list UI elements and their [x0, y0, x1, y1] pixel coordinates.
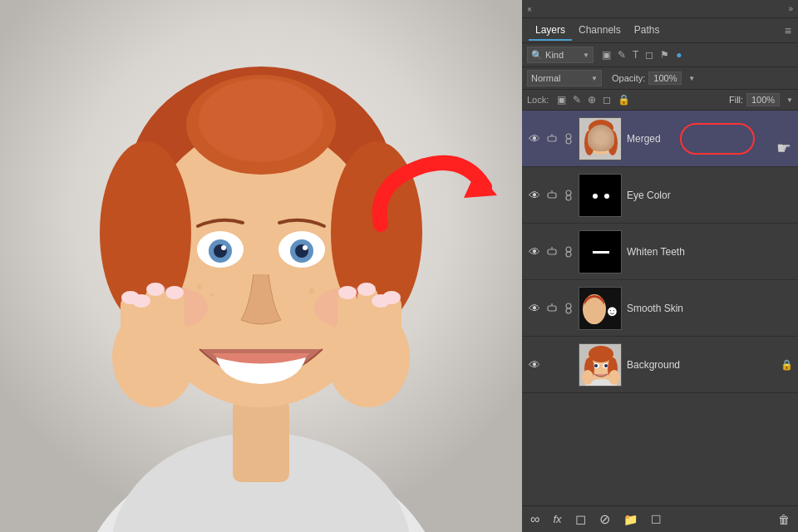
- eye-whiten-teeth[interactable]: 👁: [527, 244, 542, 259]
- lock-draw-icon[interactable]: ✎: [571, 92, 583, 107]
- layer-merged-name: Merged: [627, 133, 793, 145]
- lock-all-icon[interactable]: 🔒: [616, 92, 632, 107]
- svg-point-11: [199, 79, 323, 162]
- blend-mode-dropdown[interactable]: Normal ▼: [527, 70, 602, 86]
- tab-channels[interactable]: Channels: [572, 21, 628, 41]
- stripe: [593, 251, 609, 254]
- svg-rect-62: [548, 249, 556, 254]
- link-merged: [545, 132, 559, 145]
- layer-eye-color[interactable]: 👁 Eye Color: [522, 167, 798, 224]
- svg-point-56: [584, 131, 594, 155]
- delete-layer-icon[interactable]: 🗑: [775, 511, 793, 528]
- eye-dot-right: [604, 194, 609, 199]
- opacity-input[interactable]: 100%: [648, 71, 682, 85]
- svg-point-61: [566, 195, 571, 200]
- link-layers-icon[interactable]: ∞: [527, 510, 543, 529]
- lock-pixel-icon[interactable]: ▣: [555, 92, 568, 107]
- panel-topbar: × »: [522, 0, 798, 18]
- tab-layers[interactable]: Layers: [529, 21, 572, 41]
- filter-adj-icon[interactable]: ⚑: [658, 47, 671, 62]
- layers-list: 👁: [522, 111, 798, 505]
- hand-cursor-icon: ☛: [776, 138, 791, 158]
- new-layer-icon[interactable]: ☐: [648, 511, 665, 528]
- eye-merged[interactable]: 👁: [527, 131, 542, 146]
- chain-merged: [562, 132, 575, 145]
- layer-eye-color-name: Eye Color: [627, 190, 793, 201]
- link-smooth-skin: [545, 302, 559, 315]
- eye-dot-left: [593, 194, 598, 199]
- layer-background[interactable]: 👁: [522, 337, 798, 393]
- svg-point-86: [582, 370, 594, 385]
- eye-eye-color[interactable]: 👁: [527, 188, 542, 203]
- svg-point-23: [210, 293, 214, 297]
- eye-background[interactable]: 👁: [527, 357, 542, 372]
- thumbnail-smooth-skin: ☻: [579, 287, 622, 330]
- svg-point-38: [165, 286, 184, 299]
- layer-smooth-skin[interactable]: 👁 ☻: [522, 280, 798, 337]
- filter-row: 🔍 Kind ▼ ▣ ✎ T ◻ ⚑ ●: [522, 43, 798, 67]
- svg-point-37: [146, 283, 165, 296]
- red-arrow: [356, 141, 505, 249]
- close-icon[interactable]: ×: [527, 5, 535, 13]
- thumbnail-merged: [579, 117, 622, 160]
- svg-point-18: [221, 245, 226, 250]
- filter-icons: ▣ ✎ T ◻ ⚑ ●: [600, 47, 684, 62]
- svg-text:☻: ☻: [604, 303, 620, 319]
- thumbnail-background: [579, 343, 622, 387]
- svg-rect-66: [548, 306, 556, 311]
- svg-point-81: [594, 364, 598, 367]
- smooth-skin-thumb-icon: ☻: [579, 288, 622, 330]
- filter-toggle[interactable]: ●: [674, 47, 683, 62]
- panel-menu-icon[interactable]: ≡: [785, 24, 791, 37]
- lock-label: Lock:: [527, 95, 549, 105]
- layer-merged[interactable]: 👁: [522, 111, 798, 167]
- chain-eye-color: [562, 189, 575, 202]
- layer-whiten-teeth-name: Whiten Teeth: [627, 246, 793, 258]
- lock-artboard-icon[interactable]: ◻: [601, 92, 613, 107]
- filter-brush-icon[interactable]: ✎: [616, 47, 628, 62]
- add-mask-icon[interactable]: ◻: [572, 510, 589, 529]
- svg-point-65: [566, 252, 571, 257]
- fill-input[interactable]: 100%: [746, 93, 780, 106]
- svg-point-82: [604, 364, 608, 367]
- svg-point-46: [566, 134, 571, 139]
- layer-whiten-teeth[interactable]: 👁 Whiten Teeth: [522, 224, 798, 280]
- fx-icon[interactable]: fx: [549, 511, 564, 527]
- opacity-label: Opacity:: [612, 73, 645, 83]
- svg-point-73: [584, 298, 605, 324]
- svg-point-68: [566, 303, 571, 308]
- svg-point-22: [197, 284, 202, 289]
- expand-icon[interactable]: »: [788, 4, 793, 13]
- svg-point-40: [382, 291, 401, 304]
- layer-lock-icon: 🔒: [781, 359, 793, 371]
- adjustment-icon[interactable]: ⊘: [596, 510, 613, 529]
- filter-text-icon[interactable]: T: [631, 47, 640, 62]
- svg-point-64: [566, 247, 571, 252]
- svg-point-87: [608, 370, 620, 385]
- kind-dropdown[interactable]: 🔍 Kind ▼: [527, 47, 594, 63]
- svg-point-47: [566, 139, 571, 144]
- filter-pixel-icon[interactable]: ▣: [600, 47, 613, 62]
- panel-tabs: Layers Channels Paths ≡: [522, 18, 798, 43]
- blend-row: Normal ▼ Opacity: 100% ▼: [522, 67, 798, 90]
- group-icon[interactable]: 📁: [620, 511, 641, 528]
- tab-paths[interactable]: Paths: [628, 21, 667, 41]
- thumbnail-whiten-teeth: [579, 230, 622, 273]
- layer-background-name: Background: [627, 359, 777, 371]
- svg-rect-4: [233, 399, 289, 482]
- link-whiten-teeth: [545, 245, 559, 259]
- svg-point-19: [303, 245, 308, 250]
- fill-label: Fill:: [729, 95, 743, 105]
- svg-point-60: [566, 190, 571, 195]
- lock-move-icon[interactable]: ⊕: [586, 92, 598, 107]
- filter-shape-icon[interactable]: ◻: [643, 47, 655, 62]
- svg-point-57: [608, 131, 618, 155]
- svg-point-42: [338, 286, 357, 299]
- eye-smooth-skin[interactable]: 👁: [527, 301, 542, 316]
- link-eye-color: [545, 189, 559, 202]
- svg-point-54: [594, 138, 598, 141]
- photo-canvas: [0, 0, 522, 532]
- svg-rect-58: [548, 193, 556, 198]
- thumbnail-eye-color: [579, 174, 622, 217]
- svg-point-24: [309, 288, 314, 293]
